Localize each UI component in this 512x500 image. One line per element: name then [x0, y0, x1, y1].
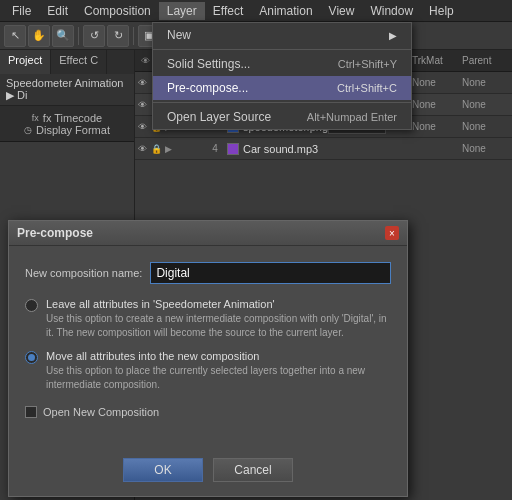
radio-1-desc: Use this option to create a new intermed… — [46, 312, 391, 340]
menu-animation[interactable]: Animation — [251, 2, 320, 20]
layer-row: 👁 🔒 ▶ 4 Car sound.mp3 None — [135, 138, 512, 160]
tool-undo[interactable]: ↺ — [83, 25, 105, 47]
radio-option-2[interactable]: Move all attributes into the new composi… — [25, 350, 391, 392]
menu-item-open-source-shortcut: Alt+Numpad Enter — [307, 111, 397, 123]
menu-view[interactable]: View — [321, 2, 363, 20]
project-label: Speedometer Animation ▶ Di — [0, 74, 134, 106]
radio-1-button[interactable] — [25, 299, 38, 312]
timecode-display-icon: ◷ — [24, 125, 32, 135]
menu-item-open-source-label: Open Layer Source — [167, 110, 271, 124]
dialog-body: New composition name: Leave all attribut… — [9, 246, 407, 450]
layer-3-eye[interactable]: 👁 — [137, 121, 149, 133]
radio-2-desc: Use this option to place the currently s… — [46, 364, 391, 392]
composition-name-input[interactable] — [150, 262, 391, 284]
layer-2-eye[interactable]: 👁 — [137, 99, 149, 111]
radio-1-main-label: Leave all attributes in 'Speedometer Ani… — [46, 298, 391, 310]
menu-item-new-arrow: ▶ — [389, 30, 397, 41]
cancel-button[interactable]: Cancel — [213, 458, 293, 482]
toolbar-separator-2 — [133, 27, 134, 45]
precompose-dialog: Pre-compose × New composition name: Leav… — [8, 220, 408, 497]
tab-effect[interactable]: Effect C — [51, 50, 107, 74]
tool-hand[interactable]: ✋ — [28, 25, 50, 47]
radio-option-1[interactable]: Leave all attributes in 'Speedometer Ani… — [25, 298, 391, 340]
layer-1-parent: None — [462, 77, 512, 88]
timecode-display-format: Display Format — [36, 124, 110, 136]
menu-item-new-label: New — [167, 28, 191, 42]
layer-3-parent: None — [462, 121, 512, 132]
radio-2-main-label: Move all attributes into the new composi… — [46, 350, 391, 362]
layer-3-trkmat: None — [412, 121, 462, 132]
layer-1-eye[interactable]: 👁 — [137, 77, 149, 89]
layer-4-parent: None — [462, 143, 512, 154]
radio-2-text: Move all attributes into the new composi… — [46, 350, 391, 392]
timecode-fx: fx fx Timecode — [32, 112, 102, 124]
menu-window[interactable]: Window — [362, 2, 421, 20]
menu-layer[interactable]: Layer — [159, 2, 205, 20]
open-composition-checkbox[interactable] — [25, 406, 37, 418]
dropdown-separator-1 — [153, 49, 411, 50]
menu-item-solid-shortcut: Ctrl+Shift+Y — [338, 58, 397, 70]
menu-effect[interactable]: Effect — [205, 2, 251, 20]
layer-dropdown-menu: New ▶ Solid Settings... Ctrl+Shift+Y Pre… — [152, 22, 412, 130]
tool-zoom[interactable]: 🔍 — [52, 25, 74, 47]
composition-name-row: New composition name: — [25, 262, 391, 284]
composition-name-label: New composition name: — [25, 267, 142, 279]
checkbox-row[interactable]: Open New Composition — [25, 406, 391, 418]
menu-item-precompose[interactable]: Pre-compose... Ctrl+Shift+C — [153, 76, 411, 100]
radio-1-text: Leave all attributes in 'Speedometer Ani… — [46, 298, 391, 340]
layer-1-trkmat: None — [412, 77, 462, 88]
menu-item-open-source[interactable]: Open Layer Source Alt+Numpad Enter — [153, 105, 411, 129]
layer-4-num: 4 — [205, 143, 225, 154]
layer-4-controls: 👁 🔒 ▶ — [135, 143, 205, 155]
menu-edit[interactable]: Edit — [39, 2, 76, 20]
dialog-title: Pre-compose — [17, 226, 93, 240]
dropdown-separator-2 — [153, 102, 411, 103]
menu-composition[interactable]: Composition — [76, 2, 159, 20]
tool-redo[interactable]: ↻ — [107, 25, 129, 47]
radio-group: Leave all attributes in 'Speedometer Ani… — [25, 298, 391, 392]
layer-4-expand[interactable]: ▶ — [165, 144, 172, 154]
timecode-section: fx fx Timecode ◷ Display Format — [0, 106, 134, 142]
timecode-label: fx Timecode — [43, 112, 102, 124]
menu-help[interactable]: Help — [421, 2, 462, 20]
layer-header-parent: Parent — [462, 55, 512, 66]
tool-select[interactable]: ↖ — [4, 25, 26, 47]
layer-4-name: Car sound.mp3 — [243, 143, 328, 155]
menu-item-solid-settings[interactable]: Solid Settings... Ctrl+Shift+Y — [153, 52, 411, 76]
menu-item-precompose-label: Pre-compose... — [167, 81, 248, 95]
dialog-close-button[interactable]: × — [385, 226, 399, 240]
menu-file[interactable]: File — [4, 2, 39, 20]
layer-4-eye[interactable]: 👁 — [137, 143, 149, 155]
timecode-fx-icon: fx — [32, 113, 39, 123]
checkbox-label: Open New Composition — [43, 406, 159, 418]
menu-item-precompose-shortcut: Ctrl+Shift+C — [337, 82, 397, 94]
layer-header-trkmat: TrkMat — [412, 55, 462, 66]
menu-item-solid-label: Solid Settings... — [167, 57, 250, 71]
ok-button[interactable]: OK — [123, 458, 203, 482]
panel-tabs: Project Effect C — [0, 50, 134, 74]
timecode-display: ◷ Display Format — [24, 124, 110, 136]
radio-2-button[interactable] — [25, 351, 38, 364]
toolbar-separator — [78, 27, 79, 45]
layer-4-lock[interactable]: 🔒 — [151, 143, 163, 155]
layer-2-parent: None — [462, 99, 512, 110]
tab-project[interactable]: Project — [0, 50, 51, 74]
layer-2-trkmat: None — [412, 99, 462, 110]
menu-item-new[interactable]: New ▶ — [153, 23, 411, 47]
menubar: File Edit Composition Layer Effect Anima… — [0, 0, 512, 22]
dialog-titlebar: Pre-compose × — [9, 221, 407, 246]
layer-4-color — [225, 141, 241, 157]
dialog-footer: OK Cancel — [9, 450, 407, 496]
